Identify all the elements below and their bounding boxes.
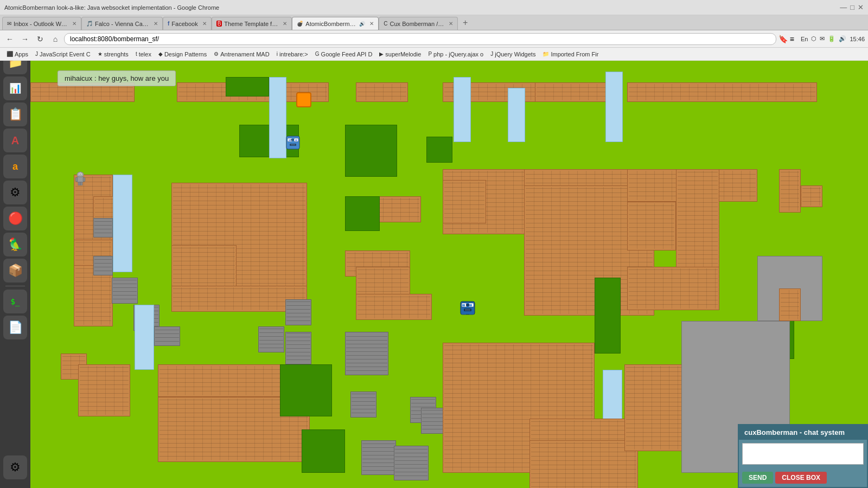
bookmark-google-feed[interactable]: G Google Feed API D <box>312 50 376 59</box>
bookmark-jquery-widgets[interactable]: J jQuery Widgets <box>487 50 539 59</box>
window-controls: — □ ✕ <box>840 3 864 11</box>
stone-block <box>112 278 138 304</box>
svg-rect-17 <box>469 311 474 314</box>
dock-files2[interactable]: 📄 <box>3 316 27 339</box>
application-dock: 🐧 📁 📊 📋 A a ⚙ 🔴 🦜 📦 $_ 📄 ⚙ <box>0 15 30 488</box>
forward-button[interactable]: → <box>18 33 31 46</box>
new-tab-button[interactable]: + <box>459 16 472 29</box>
battery-icon: 🔋 <box>828 35 835 42</box>
brick-wall <box>529 440 638 488</box>
tab-close-facebook[interactable]: ✕ <box>202 21 207 27</box>
brick-wall <box>801 185 822 207</box>
tab-label: Inbox - Outlook Web ... <box>14 21 68 27</box>
stone-block <box>285 332 311 364</box>
close-box-button[interactable]: CLOSE BOX <box>775 472 827 484</box>
tab-facebook[interactable]: f Facebook ✕ <box>163 17 212 30</box>
game-canvas[interactable]: mihaicux : hey guys, how are you <box>30 61 868 488</box>
dock-settings[interactable]: ⚙ <box>3 181 27 204</box>
grass-tile <box>226 77 269 97</box>
home-button[interactable]: ⌂ <box>49 33 62 46</box>
tab-favicon: B <box>216 21 222 27</box>
bookmark-imported[interactable]: 📁 Imported From Fir <box>539 50 602 59</box>
bookmark-super-melodie[interactable]: ▶ superMelodie <box>376 50 424 59</box>
maximize-btn[interactable]: □ <box>850 3 854 11</box>
grass-tile <box>345 125 397 177</box>
stone-block <box>93 218 113 237</box>
brick-wall <box>779 288 801 321</box>
bookmark-label: Antrenament MAD <box>220 51 269 57</box>
tab-theme[interactable]: B Theme Template for ... ✕ <box>212 17 292 30</box>
minimize-btn[interactable]: — <box>840 3 847 11</box>
settings-icon[interactable]: ≡ <box>790 35 794 43</box>
dock-text-editor[interactable]: A <box>3 129 27 152</box>
tab-falco[interactable]: 🎵 Falco - Vienna Calli... ✕ <box>81 17 163 30</box>
bm-icon: ◆ <box>158 51 163 57</box>
url-bar[interactable]: localhost:8080/bomberman_sf/ <box>64 33 776 45</box>
chat-text: mihaicux : hey guys, how are you <box>65 74 169 82</box>
chatbox-input[interactable] <box>742 443 864 465</box>
bookmark-telex[interactable]: t telex <box>132 50 155 59</box>
svg-rect-4 <box>295 139 297 141</box>
reload-button[interactable]: ↻ <box>34 33 47 46</box>
files2-icon: 📄 <box>8 320 23 335</box>
svg-rect-24 <box>78 182 80 185</box>
tab-label: Facebook <box>171 21 197 27</box>
tab-close-atomic[interactable]: ✕ <box>369 21 374 27</box>
bookmark-label: Design Patterns <box>164 51 207 57</box>
stone-block <box>361 440 396 475</box>
nav-icons: 🔖 ≡ <box>778 35 794 43</box>
dock-notes[interactable]: 📋 <box>3 102 27 126</box>
bookmark-intrebare[interactable]: i intrebare:> <box>273 50 311 59</box>
dock-chrome[interactable]: 🔴 <box>3 207 27 230</box>
grass-tile <box>426 137 452 163</box>
tab-atomic[interactable]: 💣 AtomicBomberman... 🔊 ✕ <box>292 17 379 30</box>
terminal-icon: $_ <box>11 297 20 306</box>
close-btn[interactable]: ✕ <box>858 3 864 11</box>
folder-icon: 📁 <box>542 51 549 57</box>
send-button[interactable]: SEND <box>742 472 773 484</box>
tab-favicon: C <box>384 21 387 27</box>
title-bar: AtomicBomberman look-a-like: Java websoc… <box>0 0 868 15</box>
dock-box[interactable]: 📦 <box>3 259 27 282</box>
bookmarks-bar: ⬛ Apps J JavaScript Event C ★ strenghts … <box>0 48 868 61</box>
bookmark-php-jquery[interactable]: P php - jQuery.ajax o <box>425 50 487 59</box>
back-button[interactable]: ← <box>3 33 16 46</box>
brick-wall <box>171 245 237 288</box>
bookmark-label: JavaScript Event C <box>40 51 91 57</box>
bookmark-label: intrebare:> <box>279 51 308 57</box>
svg-rect-16 <box>462 311 466 314</box>
brick-wall <box>676 169 719 278</box>
dock-terminal[interactable]: $_ <box>3 290 27 313</box>
bookmark-antrenament[interactable]: ⚙ Antrenament MAD <box>210 50 272 59</box>
app2-icon: 🦜 <box>8 237 23 252</box>
bookmark-design-patterns[interactable]: ◆ Design Patterns <box>155 50 210 59</box>
dock-app2[interactable]: 🦜 <box>3 233 27 256</box>
tab-label: Theme Template for ... <box>224 21 278 27</box>
tab-close-inbox[interactable]: ✕ <box>72 21 76 27</box>
tab-close-cux[interactable]: ✕ <box>449 21 453 27</box>
chatbox-header: cuxBomberman - chat system <box>739 425 867 440</box>
system-icon: ⚙ <box>10 460 21 474</box>
tab-close-theme[interactable]: ✕ <box>283 21 287 27</box>
bookmark-strenghts[interactable]: ★ strenghts <box>94 50 132 59</box>
brick-wall <box>78 364 130 416</box>
dock-system[interactable]: ⚙ <box>3 455 27 479</box>
grass-tile <box>280 364 332 416</box>
browser-action-icon[interactable]: 🔖 <box>778 35 788 43</box>
bm-icon: J <box>35 51 38 57</box>
chatbox-buttons: SEND CLOSE BOX <box>739 470 867 487</box>
tab-inbox[interactable]: ✉ Inbox - Outlook Web ... ✕ <box>2 17 81 30</box>
tab-cux[interactable]: C Cux Bomberman / Scr... ✕ <box>379 17 457 30</box>
svg-rect-22 <box>75 177 78 182</box>
stone-block <box>394 446 429 480</box>
dock-spreadsheet[interactable]: 📊 <box>3 76 27 100</box>
bookmark-label: jQuery Widgets <box>495 51 535 57</box>
amazon-icon: a <box>12 161 18 172</box>
chat-message-overlay: mihaicux : hey guys, how are you <box>58 70 176 86</box>
bookmark-apps[interactable]: ⬛ Apps <box>3 50 31 59</box>
bookmark-js-events[interactable]: J JavaScript Event C <box>32 50 94 59</box>
notes-icon: 📋 <box>8 107 23 121</box>
dock-amazon[interactable]: a <box>3 155 27 178</box>
tab-close-falco[interactable]: ✕ <box>154 21 158 27</box>
mail-icon: ✉ <box>820 35 825 42</box>
